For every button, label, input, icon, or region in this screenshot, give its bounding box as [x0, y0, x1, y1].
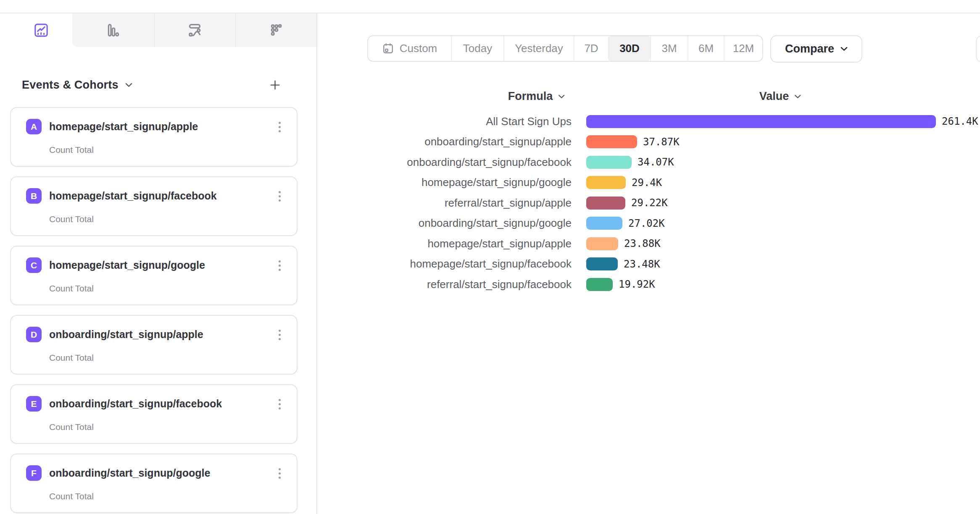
bar-value-label: 261.4K [942, 115, 978, 127]
chevron-down-icon [125, 83, 132, 87]
date-range-selector: CustomTodayYesterday7D30D3M6M12M [367, 35, 763, 62]
event-card[interactable]: D onboarding/start_signup/apple Count To… [10, 315, 298, 375]
date-range-today[interactable]: Today [451, 36, 503, 61]
bar-value-label: 19.92K [619, 278, 655, 290]
bar-chart-row: referral/start_signup/apple 29.22K [0, 193, 980, 213]
bar-category-label: homepage/start_signup/google [0, 176, 572, 189]
compare-label: Compare [785, 42, 834, 55]
event-card-main: E onboarding/start_signup/facebook [26, 396, 222, 412]
tab-bar-chart[interactable] [72, 13, 154, 47]
date-range-label: 12M [733, 42, 754, 55]
event-card[interactable]: F onboarding/start_signup/google Count T… [10, 454, 298, 513]
bar[interactable] [586, 217, 622, 230]
bar-chart-row: All Start Sign Ups 261.4K [0, 111, 980, 132]
bar[interactable] [586, 156, 632, 169]
kebab-menu-icon[interactable] [272, 397, 287, 411]
bar-category-label: onboarding/start_signup/apple [0, 135, 572, 148]
events-cohorts-header: Events & Cohorts [22, 73, 287, 97]
bar-category-label: onboarding/start_signup/facebook [0, 156, 572, 169]
event-card[interactable]: E onboarding/start_signup/facebook Count… [10, 384, 298, 444]
bar[interactable] [586, 135, 637, 148]
date-range-7d[interactable]: 7D [574, 36, 608, 61]
chevron-down-icon [840, 47, 848, 51]
event-letter-badge: D [26, 327, 42, 342]
value-header-label: Value [759, 90, 789, 103]
tab-retention-chart[interactable] [235, 13, 317, 47]
date-range-label: 6M [698, 42, 714, 55]
event-metric[interactable]: Count Total [49, 422, 94, 432]
chevron-down-icon [794, 94, 801, 99]
bar-value-label: 27.02K [628, 218, 665, 229]
kebab-menu-icon[interactable] [272, 466, 287, 480]
clipped-right-button[interactable] [976, 35, 980, 63]
calendar-icon [382, 42, 394, 55]
events-cohorts-toggle[interactable]: Events & Cohorts [22, 79, 132, 92]
bar-value-label: 23.48K [624, 258, 660, 270]
bar[interactable] [586, 197, 625, 210]
date-range-6m[interactable]: 6M [688, 36, 724, 61]
bar[interactable] [586, 257, 618, 270]
dots-grid-icon [268, 22, 285, 39]
bar-category-label: referral/start_signup/facebook [0, 278, 572, 291]
bar-value-label: 37.87K [643, 136, 680, 148]
date-range-label: 30D [619, 42, 640, 55]
tab-flow-chart[interactable] [154, 13, 235, 47]
compare-button[interactable]: Compare [770, 35, 862, 63]
date-range-label: 7D [584, 42, 598, 55]
bar-chart-icon [105, 22, 121, 39]
event-metric[interactable]: Count Total [49, 353, 94, 363]
bar[interactable] [586, 115, 936, 128]
bar-category-label: All Start Sign Ups [0, 115, 572, 128]
date-range-custom[interactable]: Custom [368, 36, 451, 61]
event-name: onboarding/start_signup/google [49, 467, 210, 479]
tab-line-chart[interactable] [10, 13, 72, 47]
insights-report-page: Events & Cohorts A homepage/start_signup… [0, 0, 980, 514]
date-range-label: 3M [661, 42, 677, 55]
bar-chart-row: homepage/start_signup/apple 23.88K [0, 233, 980, 254]
date-range-30d[interactable]: 30D [608, 36, 650, 61]
bar-chart-row: onboarding/start_signup/facebook 34.07K [0, 152, 980, 173]
bar-category-label: homepage/start_signup/apple [0, 237, 572, 250]
bar-category-label: onboarding/start_signup/google [0, 217, 572, 230]
event-metric[interactable]: Count Total [49, 491, 94, 501]
event-name: onboarding/start_signup/facebook [49, 398, 222, 410]
flow-icon [186, 22, 203, 39]
bar-value-label: 23.88K [624, 238, 661, 249]
bar[interactable] [586, 237, 618, 250]
bar-chart-row: onboarding/start_signup/google 27.02K [0, 213, 980, 234]
bar-chart-row: referral/start_signup/facebook 19.92K [0, 274, 980, 295]
event-letter-badge: F [26, 465, 42, 481]
formula-header-label: Formula [508, 90, 553, 103]
chevron-down-icon [558, 94, 564, 99]
date-range-label: Yesterday [515, 42, 563, 55]
date-range-12m[interactable]: 12M [724, 36, 762, 61]
date-range-yesterday[interactable]: Yesterday [503, 36, 574, 61]
date-range-label: Custom [400, 42, 437, 55]
value-column-header[interactable]: Value [759, 90, 801, 103]
event-name: onboarding/start_signup/apple [49, 328, 203, 341]
kebab-menu-icon[interactable] [272, 328, 287, 342]
bar-chart-row: homepage/start_signup/google 29.4K [0, 173, 980, 193]
bar-chart: All Start Sign Ups 261.4K onboarding/sta… [0, 111, 980, 295]
bar-value-label: 29.4K [632, 177, 662, 189]
bar-chart-row: onboarding/start_signup/apple 37.87K [0, 132, 980, 152]
bar-category-label: homepage/start_signup/facebook [0, 257, 572, 270]
bar-value-label: 34.07K [638, 156, 674, 168]
bar-value-label: 29.22K [631, 197, 668, 209]
date-range-label: Today [463, 42, 492, 55]
bar[interactable] [586, 176, 626, 189]
line-chart-icon [33, 22, 50, 39]
events-cohorts-title: Events & Cohorts [22, 79, 119, 92]
plus-icon [269, 79, 282, 92]
bar-category-label: referral/start_signup/apple [0, 197, 572, 210]
add-event-button[interactable] [266, 76, 284, 94]
formula-column-header[interactable]: Formula [508, 90, 565, 103]
event-letter-badge: E [26, 396, 42, 412]
event-card-main: F onboarding/start_signup/google [26, 465, 210, 481]
bar-chart-row: homepage/start_signup/facebook 23.48K [0, 254, 980, 275]
bar[interactable] [586, 278, 613, 291]
event-card-main: D onboarding/start_signup/apple [26, 327, 203, 342]
date-range-3m[interactable]: 3M [650, 36, 688, 61]
